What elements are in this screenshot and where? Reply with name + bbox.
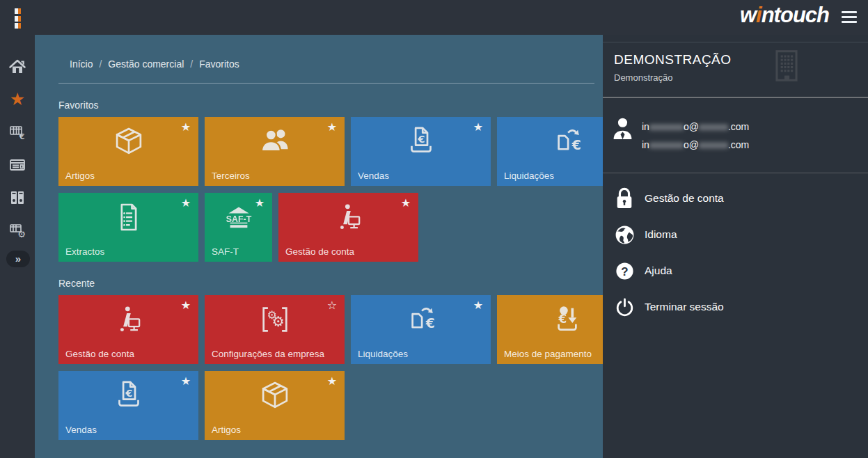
tile-terceiros[interactable]: ★Terceiros bbox=[205, 117, 345, 186]
svg-text:€: € bbox=[417, 133, 425, 145]
people-icon bbox=[205, 123, 345, 160]
doc-lines-icon bbox=[58, 198, 198, 236]
breadcrumb-item-início[interactable]: Início bbox=[70, 58, 93, 70]
email-text: o@ bbox=[684, 139, 699, 150]
tile-grid-recente: ★Gestão de conta☆⚙⚙Configurações da empr… bbox=[58, 295, 643, 440]
wintouch-logo: wintouch bbox=[740, 3, 829, 28]
box-icon bbox=[58, 123, 198, 160]
breadcrumb-item-gestão-comercial[interactable]: Gestão comercial bbox=[108, 58, 184, 70]
panel-menu-item-ajuda[interactable]: ?Ajuda bbox=[603, 253, 868, 289]
email-text: o@ bbox=[684, 121, 699, 132]
tile-label: Liquidações bbox=[358, 349, 408, 359]
tile-label: Vendas bbox=[65, 425, 97, 435]
box-icon bbox=[205, 377, 345, 414]
email-text: .com bbox=[728, 139, 749, 150]
redacted-text: xxxxxx bbox=[699, 139, 728, 150]
svg-text:?: ? bbox=[621, 264, 628, 278]
ledger-icon bbox=[8, 156, 26, 174]
hamburger-icon[interactable] bbox=[842, 11, 857, 26]
binders-icon bbox=[8, 189, 26, 207]
star-icon: ★ bbox=[10, 90, 25, 108]
tile-saf-t[interactable]: ★SAF-TSAF-T bbox=[205, 193, 272, 262]
email-text: .com bbox=[728, 121, 749, 132]
panel-menu-label: Terminar sessão bbox=[645, 301, 724, 313]
tile-artigos[interactable]: ★Artigos bbox=[58, 117, 198, 186]
question-icon: ? bbox=[613, 261, 636, 281]
tile-vendas[interactable]: ★€Vendas bbox=[351, 117, 491, 186]
panel-menu-label: Idioma bbox=[645, 228, 677, 241]
globe-icon bbox=[613, 224, 636, 246]
breadcrumb-separator: / bbox=[99, 58, 102, 70]
company-name: DEMONSTRAÇÃO bbox=[614, 52, 868, 68]
breadcrumb-separator: / bbox=[190, 58, 193, 70]
sidebar-item-pos-euro[interactable]: € bbox=[0, 116, 35, 148]
svg-text:€: € bbox=[125, 387, 132, 399]
tile-label: Artigos bbox=[65, 171, 95, 181]
panel-menu-item-idioma[interactable]: Idioma bbox=[603, 216, 868, 253]
invoice-euro-icon: € bbox=[58, 377, 198, 414]
tile-artigos[interactable]: ★Artigos bbox=[205, 371, 345, 440]
tile-label: Configurações da empresa bbox=[212, 349, 324, 359]
power-icon bbox=[613, 297, 636, 318]
doc-euro-arrow-icon: € bbox=[351, 301, 491, 338]
tile-label: Vendas bbox=[358, 171, 389, 181]
tile-extractos[interactable]: ★Extractos bbox=[58, 193, 198, 262]
user-email: inxxxxxxxo@xxxxxx.com bbox=[642, 136, 868, 154]
tile-label: Gestão de conta bbox=[65, 349, 134, 359]
saft-icon: SAF-T bbox=[205, 198, 272, 236]
info-terminal-icon bbox=[278, 198, 418, 236]
tile-label: Meios de pagamento bbox=[504, 349, 592, 359]
tile-label: Gestão de conta bbox=[285, 246, 354, 257]
tile-grid-favoritos: ★Artigos★Terceiros★€Vendas★€Liquidações★… bbox=[58, 117, 643, 262]
email-text: in bbox=[642, 121, 649, 132]
company-subtitle: Demonstração bbox=[614, 72, 868, 83]
tile-label: Terceiros bbox=[212, 171, 250, 181]
redacted-text: xxxxxxx bbox=[649, 139, 684, 150]
company-header: DEMONSTRAÇÃO Demonstração bbox=[603, 42, 868, 97]
breadcrumb-item-favoritos[interactable]: Favoritos bbox=[199, 58, 239, 70]
topbar: wintouch bbox=[0, 0, 868, 35]
app-window: Início/Gestão comercial/Favoritos Favori… bbox=[0, 0, 868, 458]
redacted-text: xxxxxx bbox=[699, 121, 728, 132]
svg-text:€: € bbox=[19, 132, 25, 141]
tile-label: Extractos bbox=[65, 246, 104, 257]
panel-menu-label: Ajuda bbox=[645, 264, 672, 277]
user-panel: DEMONSTRAÇÃO Demonstração inxxxxxxxo@xxx… bbox=[603, 35, 868, 458]
sidebar-item-register-gear[interactable]: ⚙ bbox=[0, 214, 35, 246]
panel-menu-label: Gestão de conta bbox=[645, 192, 724, 205]
tile-gestão-de-conta[interactable]: ★Gestão de conta bbox=[58, 295, 198, 364]
user-email: inxxxxxxxo@xxxxxx.com bbox=[642, 118, 868, 136]
panel-menu-item-gestão-de-conta[interactable]: Gestão de conta bbox=[603, 180, 868, 216]
info-terminal-icon bbox=[58, 301, 198, 338]
chevrons-right-icon: » bbox=[15, 253, 21, 264]
svg-text:€: € bbox=[425, 315, 434, 331]
sidebar-expand-button[interactable]: » bbox=[6, 251, 30, 267]
lock-icon bbox=[613, 187, 636, 210]
svg-text:€: € bbox=[558, 312, 567, 326]
svg-text:€: € bbox=[571, 137, 581, 153]
tile-label: Artigos bbox=[212, 425, 241, 435]
invoice-euro-icon: € bbox=[351, 123, 491, 160]
redacted-text: xxxxxxx bbox=[649, 121, 684, 132]
svg-text:⚙: ⚙ bbox=[271, 313, 284, 330]
breadcrumb-divider bbox=[58, 83, 594, 84]
user-info: inxxxxxxxo@xxxxxx.cominxxxxxxxo@xxxxxx.c… bbox=[603, 98, 868, 173]
panel-menu-item-terminar-sessão[interactable]: Terminar sessão bbox=[603, 289, 868, 325]
tile-label: SAF-T bbox=[212, 246, 239, 257]
sidebar-item-binders[interactable] bbox=[0, 181, 35, 214]
tile-vendas[interactable]: ★€Vendas bbox=[58, 371, 198, 440]
building-icon bbox=[769, 48, 804, 87]
sidebar-item-star-active[interactable]: ★ bbox=[0, 83, 35, 116]
email-text: in bbox=[642, 139, 649, 150]
gears-brackets-icon: ⚙⚙ bbox=[205, 301, 345, 338]
tile-gestão-de-conta[interactable]: ★Gestão de conta bbox=[278, 193, 418, 262]
panel-top-border bbox=[603, 35, 868, 42]
sidebar-item-home[interactable] bbox=[0, 50, 35, 83]
pos-euro-icon: € bbox=[8, 123, 26, 141]
sidebar-item-ledger[interactable] bbox=[0, 148, 35, 181]
sidebar: ★€⚙ » bbox=[0, 35, 35, 458]
dots-logo-icon[interactable] bbox=[15, 8, 22, 31]
svg-text:SAF-T: SAF-T bbox=[226, 214, 251, 224]
tile-liquidações[interactable]: ★€Liquidações bbox=[351, 295, 491, 364]
tile-configurações-da-empresa[interactable]: ☆⚙⚙Configurações da empresa bbox=[205, 295, 345, 364]
